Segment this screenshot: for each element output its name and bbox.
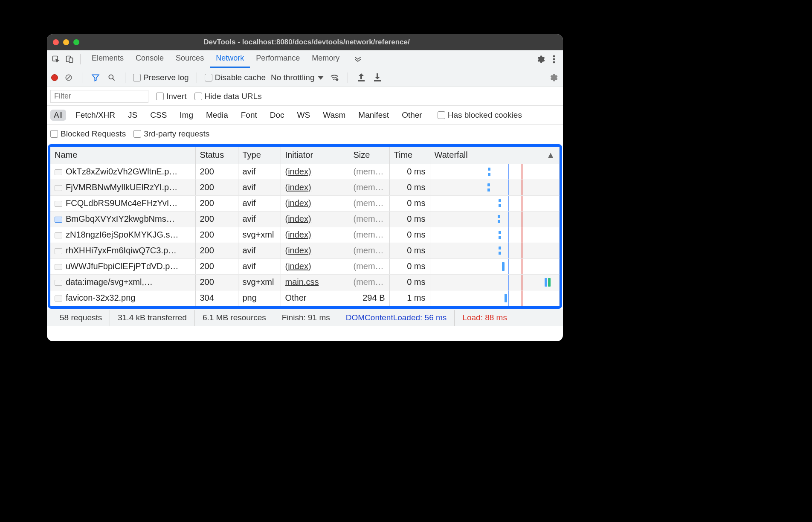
initiator-link[interactable]: (index) (285, 167, 311, 176)
tab-sources[interactable]: Sources (170, 50, 210, 68)
cell-waterfall (430, 258, 560, 274)
table-row[interactable]: rhXHHi7yxFm6IqiwQ7C3.p…200avif(index)(me… (50, 243, 560, 258)
initiator-link[interactable]: (index) (285, 214, 311, 223)
svg-point-8 (336, 78, 338, 80)
svg-rect-9 (358, 80, 365, 81)
table-row[interactable]: data:image/svg+xml,…200svg+xmlmain.css(m… (50, 274, 560, 290)
status-bar: 58 requests 31.4 kB transferred 6.1 MB r… (47, 310, 563, 326)
col-name[interactable]: Name (50, 147, 195, 164)
settings-gear-icon[interactable] (535, 54, 546, 65)
tab-memory[interactable]: Memory (306, 50, 345, 68)
col-waterfall[interactable]: Waterfall▲ (430, 147, 560, 164)
has-blocked-cookies-checkbox[interactable]: Has blocked cookies (438, 110, 522, 120)
col-time[interactable]: Time (389, 147, 430, 164)
status-dcl: DOMContentLoaded: 56 ms (338, 310, 455, 326)
more-tabs-icon[interactable] (352, 54, 363, 65)
filter-chip-font[interactable]: Font (238, 110, 261, 121)
upload-har-icon[interactable] (356, 72, 367, 83)
inspect-element-icon[interactable] (50, 54, 61, 65)
waterfall-bar (488, 168, 490, 176)
initiator-link[interactable]: (index) (285, 246, 311, 255)
cell-type: avif (238, 243, 281, 258)
filter-chip-manifest[interactable]: Manifest (355, 110, 392, 121)
svg-point-3 (553, 55, 555, 57)
file-type-icon (55, 169, 62, 175)
filter-chip-ws[interactable]: WS (294, 110, 314, 121)
blocked-requests-checkbox[interactable]: Blocked Requests (50, 129, 126, 139)
tab-performance[interactable]: Performance (250, 50, 306, 68)
table-row[interactable]: favicon-32x32.png304pngOther294 B1 ms (50, 290, 560, 306)
file-type-icon (55, 248, 62, 254)
filter-funnel-icon[interactable] (90, 72, 101, 83)
disable-cache-checkbox[interactable]: Disable cache (205, 73, 266, 82)
kebab-menu-icon[interactable] (548, 54, 560, 65)
waterfall-cell (430, 275, 560, 290)
filter-chip-all[interactable]: All (50, 110, 66, 121)
throttling-select[interactable]: No throttling (271, 73, 324, 82)
initiator-link[interactable]: (index) (285, 230, 311, 239)
download-har-icon[interactable] (372, 72, 383, 83)
hide-data-urls-checkbox[interactable]: Hide data URLs (194, 92, 262, 101)
record-button[interactable] (51, 74, 58, 81)
device-toolbar-icon[interactable] (64, 54, 75, 65)
col-initiator[interactable]: Initiator (281, 147, 349, 164)
file-type-icon (55, 280, 62, 286)
cell-initiator: (index) (281, 227, 349, 243)
waterfall-marker-line (522, 275, 522, 290)
cell-status: 200 (195, 243, 238, 258)
waterfall-marker-line (508, 212, 509, 227)
tab-console[interactable]: Console (130, 50, 170, 68)
col-size[interactable]: Size (349, 147, 389, 164)
cell-waterfall (430, 290, 560, 306)
filter-chip-media[interactable]: Media (203, 110, 232, 121)
filter-chip-doc[interactable]: Doc (267, 110, 288, 121)
initiator-link[interactable]: main.css (285, 277, 319, 287)
zoom-window-button[interactable] (73, 39, 79, 45)
network-toolbar: Preserve log Disable cache No throttling (47, 68, 563, 87)
minimize-window-button[interactable] (63, 39, 69, 45)
table-row[interactable]: uWWJfuFbpiClEFjPTdVD.p…200avif(index)(me… (50, 258, 560, 274)
table-row[interactable]: FCQLdbRS9UMc4eFHzYvI…200avif(index)(mem…… (50, 195, 560, 211)
filter-chip-other[interactable]: Other (398, 110, 426, 121)
filter-input[interactable] (50, 90, 148, 103)
initiator-link[interactable]: (index) (285, 198, 311, 208)
tab-elements[interactable]: Elements (86, 50, 130, 68)
panel-settings-gear-icon[interactable] (548, 72, 559, 83)
waterfall-bar (505, 294, 507, 302)
table-row[interactable]: zN18ngzI6ejSpoKMYKJG.s…200svg+xml(index)… (50, 227, 560, 243)
initiator-link[interactable]: (index) (285, 183, 311, 192)
initiator-link[interactable]: (index) (285, 261, 311, 271)
cell-size: (mem… (349, 211, 389, 227)
invert-checkbox[interactable]: Invert (156, 92, 187, 101)
network-conditions-icon[interactable] (329, 72, 340, 83)
status-load: Load: 88 ms (455, 310, 515, 326)
waterfall-marker-line (508, 275, 509, 290)
devtools-window: DevTools - localhost:8080/docs/devtools/… (47, 34, 563, 341)
table-row[interactable]: BmGbqXVYxIY2kwgbNms…200avif(index)(mem…0… (50, 211, 560, 227)
preserve-log-checkbox[interactable]: Preserve log (133, 73, 189, 82)
filter-chip-fetchxhr[interactable]: Fetch/XHR (72, 110, 119, 121)
table-row[interactable]: FjVMRBNwMyIlkUElRzYI.p…200avif(index)(me… (50, 180, 560, 195)
cell-waterfall (430, 274, 560, 290)
cell-name: favicon-32x32.png (50, 290, 195, 306)
search-icon[interactable] (106, 72, 117, 83)
filter-chip-wasm[interactable]: Wasm (319, 110, 349, 121)
cell-status: 200 (195, 164, 238, 180)
table-row[interactable]: OkTz8xZwi0zVh2GWltnE.p…200avif(index)(me… (50, 164, 560, 180)
col-type[interactable]: Type (238, 147, 281, 164)
cell-type: avif (238, 195, 281, 211)
filter-chip-css[interactable]: CSS (147, 110, 170, 121)
file-type-icon (55, 217, 62, 223)
filter-chip-img[interactable]: Img (176, 110, 197, 121)
tab-network[interactable]: Network (210, 50, 250, 68)
cell-name: FCQLdbRS9UMc4eFHzYvI… (50, 195, 195, 211)
filter-chip-js[interactable]: JS (125, 110, 141, 121)
cell-name: data:image/svg+xml,… (50, 274, 195, 290)
cell-status: 200 (195, 180, 238, 195)
close-window-button[interactable] (53, 39, 59, 45)
cell-size: (mem… (349, 227, 389, 243)
clear-icon[interactable] (63, 72, 74, 83)
col-status[interactable]: Status (195, 147, 238, 164)
third-party-requests-checkbox[interactable]: 3rd-party requests (133, 129, 209, 139)
cell-waterfall (430, 211, 560, 227)
